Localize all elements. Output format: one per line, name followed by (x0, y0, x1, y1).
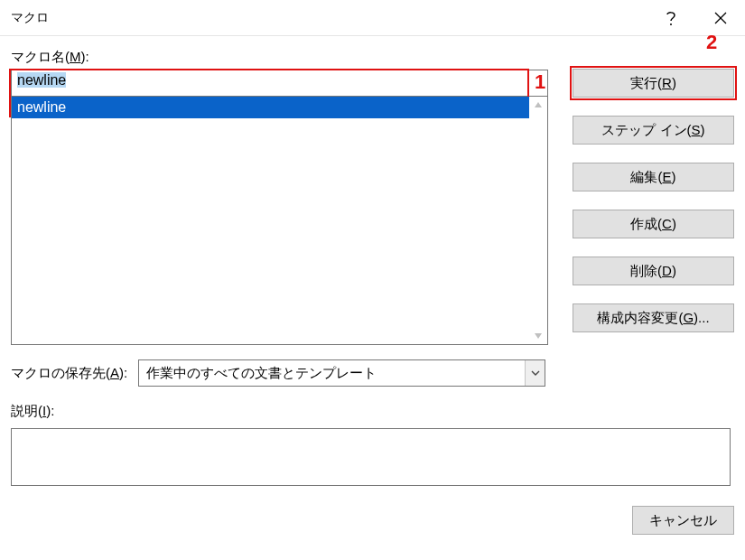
create-text: 作成( (630, 216, 662, 231)
organizer-key: G (683, 310, 694, 325)
macro-name-input[interactable]: newline (11, 70, 548, 97)
delete-key: D (662, 263, 672, 278)
svg-point-0 (670, 23, 672, 25)
macro-name-label-suffix: ): (81, 49, 89, 64)
description-box[interactable] (11, 428, 731, 486)
svg-marker-3 (535, 102, 542, 107)
list-scrollbar[interactable] (529, 97, 547, 344)
description-label: 説明(I): (11, 403, 734, 420)
help-button[interactable] (646, 0, 695, 36)
edit-key: E (662, 169, 671, 184)
scroll-down-icon[interactable] (534, 331, 543, 341)
select-box[interactable]: 作業中のすべての文書とテンプレート (138, 359, 545, 387)
description-suffix: ): (46, 403, 54, 418)
step-in-key: S (692, 122, 701, 137)
macro-location-label: マクロの保存先(A): (11, 365, 127, 382)
description-text: 説明( (11, 403, 42, 418)
annotation-2: 2 (706, 31, 717, 54)
close-button[interactable] (695, 0, 745, 36)
create-button[interactable]: 作成(C) (573, 210, 734, 238)
select-value: 作業中のすべての文書とテンプレート (139, 365, 525, 382)
macro-list-area: newline (12, 97, 529, 344)
macro-name-label-text: マクロ名( (11, 49, 70, 64)
delete-button[interactable]: 削除(D) (573, 257, 734, 285)
macro-location-row: マクロの保存先(A): 作業中のすべての文書とテンプレート (11, 359, 734, 387)
macro-name-value: newline (17, 72, 66, 88)
create-suffix: ) (672, 216, 676, 231)
right-column: 実行(R) ステップ イン(S) 編集(E) 作成(C) 削除(D) 構成内容変… (573, 49, 734, 345)
edit-text: 編集( (630, 169, 662, 184)
macro-listbox[interactable]: newline (11, 97, 548, 345)
scroll-up-icon[interactable] (534, 99, 543, 110)
titlebar: マクロ (0, 0, 745, 36)
dialog-content: 2 1 マクロ名(M): newline newline (0, 36, 745, 560)
run-button-suffix: ) (672, 75, 676, 90)
step-in-suffix: ) (701, 122, 705, 137)
list-item[interactable]: newline (12, 97, 529, 118)
macro-name-accesskey: M (70, 49, 81, 64)
left-column: 1 マクロ名(M): newline newline (11, 49, 553, 345)
run-button-key: R (662, 75, 672, 90)
dialog-title: マクロ (11, 10, 646, 26)
cancel-button[interactable]: キャンセル (632, 506, 734, 535)
macro-name-label: マクロ名(M): (11, 49, 553, 66)
macro-dialog: マクロ 2 1 マクロ名(M): (0, 0, 745, 560)
titlebar-buttons (646, 0, 745, 36)
edit-button[interactable]: 編集(E) (573, 163, 734, 191)
macro-location-key: A (110, 365, 119, 380)
run-button[interactable]: 実行(R) (573, 69, 734, 98)
delete-suffix: ) (672, 263, 676, 278)
macro-location-suffix: ): (119, 365, 127, 380)
step-in-text: ステップ イン( (601, 122, 691, 137)
organizer-suffix: )... (694, 310, 710, 325)
macro-location-select[interactable]: 作業中のすべての文書とテンプレート (138, 359, 545, 387)
svg-marker-4 (535, 333, 542, 339)
create-key: C (662, 216, 672, 231)
bottom-row: キャンセル (11, 506, 734, 535)
macro-location-text: マクロの保存先( (11, 365, 110, 380)
annotation-1: 1 (535, 70, 545, 94)
run-button-text: 実行( (630, 75, 662, 90)
step-in-button[interactable]: ステップ イン(S) (573, 116, 734, 145)
chevron-down-icon[interactable] (525, 360, 545, 386)
main-row: 1 マクロ名(M): newline newline (11, 49, 734, 345)
organizer-text: 構成内容変更( (597, 310, 683, 325)
organizer-button[interactable]: 構成内容変更(G)... (573, 303, 734, 332)
edit-suffix: ) (672, 169, 676, 184)
delete-text: 削除( (630, 263, 662, 278)
